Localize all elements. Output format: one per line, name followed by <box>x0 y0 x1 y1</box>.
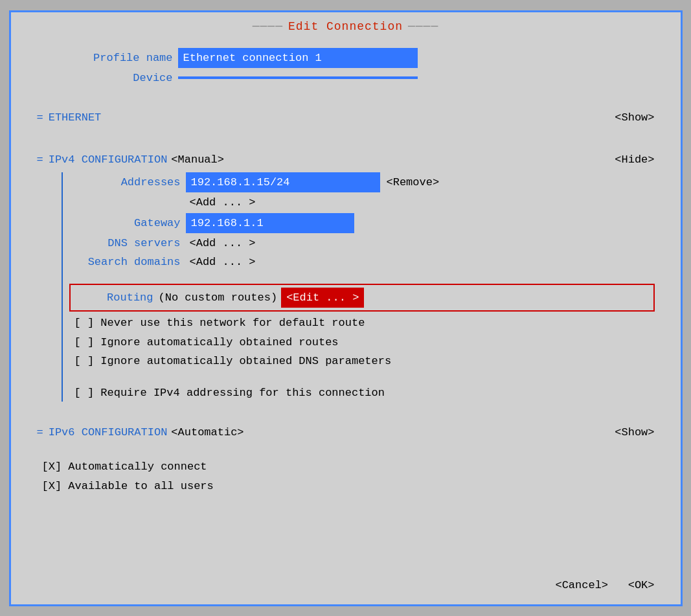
checkbox-require-ipv4[interactable]: [ ] Require IPv4 addressing for this con… <box>69 384 655 402</box>
ipv6-section: = IPv6 CONFIGURATION <Automatic> <Show> <box>37 424 655 441</box>
device-input[interactable] <box>178 76 418 79</box>
cancel-button[interactable]: <Cancel> <box>555 579 608 591</box>
ipv6-section-name: IPv6 CONFIGURATION <box>49 424 168 441</box>
dns-row: DNS servers <Add ... > <box>69 234 655 252</box>
gateway-row: Gateway 192.168.1.1 <box>69 213 655 233</box>
routing-label: Routing <box>76 289 153 306</box>
addresses-row: Addresses 192.168.1.15/24 <Remove> <box>69 172 655 192</box>
addresses-label: Addresses <box>69 174 181 191</box>
routing-edit-button[interactable]: <Edit ... > <box>281 288 364 308</box>
addresses-add-button[interactable]: <Add ... > <box>190 194 256 211</box>
ethernet-show-button[interactable]: <Show> <box>615 109 654 126</box>
auto-connect-checkbox[interactable]: [X] Automatically connect <box>37 458 655 475</box>
ethernet-section-name: ETHERNET <box>49 109 102 126</box>
device-label: Device <box>37 69 173 87</box>
device-row: Device <box>37 69 655 87</box>
ipv4-hide-button[interactable]: <Hide> <box>615 151 654 168</box>
ipv4-section: = IPv4 CONFIGURATION <Manual> <Hide> <box>37 151 655 168</box>
gateway-input[interactable]: 192.168.1.1 <box>186 213 354 233</box>
dns-add-button[interactable]: <Add ... > <box>190 234 256 252</box>
gateway-label: Gateway <box>69 214 181 232</box>
bottom-actions: <Cancel> <OK> <box>555 579 654 591</box>
ipv4-mode[interactable]: <Manual> <box>171 151 224 168</box>
addresses-remove-button[interactable]: <Remove> <box>387 174 440 191</box>
ok-button[interactable]: <OK> <box>628 579 655 591</box>
search-domains-add-button[interactable]: <Add ... > <box>190 253 256 271</box>
ipv6-mode[interactable]: <Automatic> <box>171 424 244 441</box>
ethernet-section: = ETHERNET <Show> <box>37 109 655 126</box>
window-title: Edit Connection <box>11 20 681 33</box>
dns-label: DNS servers <box>69 234 181 252</box>
available-users-checkbox[interactable]: [X] Available to all users <box>37 477 655 495</box>
addresses-input[interactable]: 192.168.1.15/24 <box>186 172 380 192</box>
checkbox-never-default-route[interactable]: [ ] Never use this network for default r… <box>69 314 655 332</box>
routing-text: (No custom routes) <box>159 289 278 306</box>
profile-name-label: Profile name <box>37 49 173 67</box>
ipv4-section-name: IPv4 CONFIGURATION <box>49 151 168 168</box>
search-domains-label: Search domains <box>69 253 181 271</box>
addresses-add-row: <Add ... > <box>69 194 655 211</box>
checkbox-ignore-dns[interactable]: [ ] Ignore automatically obtained DNS pa… <box>69 352 655 370</box>
ipv6-show-button[interactable]: <Show> <box>615 424 654 441</box>
profile-name-input[interactable]: Ethernet connection 1 <box>178 48 418 68</box>
checkbox-ignore-routes[interactable]: [ ] Ignore automatically obtained routes <box>69 334 655 351</box>
search-domains-row: Search domains <Add ... > <box>69 253 655 271</box>
ipv4-config-block: Addresses 192.168.1.15/24 <Remove> <Add … <box>62 172 655 402</box>
routing-row: Routing (No custom routes) <Edit ... > <box>69 284 655 312</box>
edit-connection-window: Edit Connection Profile name Ethernet co… <box>9 10 683 606</box>
profile-name-row: Profile name Ethernet connection 1 <box>37 48 655 68</box>
